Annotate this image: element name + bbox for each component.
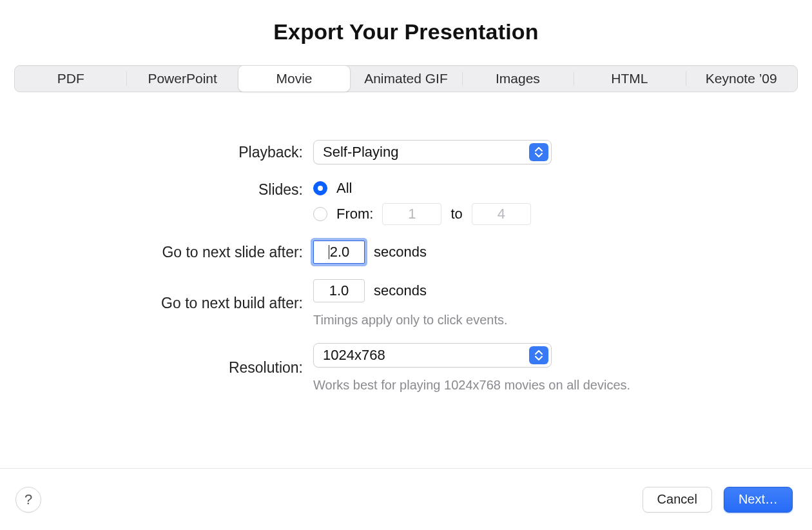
tab-images[interactable]: Images xyxy=(462,66,574,92)
tab-label: PowerPoint xyxy=(148,71,217,86)
slides-to-value: 4 xyxy=(498,206,505,222)
tab-keynote09[interactable]: Keynote ’09 xyxy=(686,66,797,92)
tab-label: Movie xyxy=(276,71,313,86)
tab-animated-gif[interactable]: Animated GIF xyxy=(350,66,461,92)
seconds-unit: seconds xyxy=(374,244,427,260)
tab-html[interactable]: HTML xyxy=(574,66,685,92)
slides-all-radio[interactable] xyxy=(313,181,327,195)
tab-powerpoint[interactable]: PowerPoint xyxy=(126,66,238,92)
next-build-value: 1.0 xyxy=(329,282,349,299)
next-build-label: Go to next build after: xyxy=(161,295,303,312)
slides-label: Slides: xyxy=(258,181,303,199)
up-down-chevron-icon xyxy=(529,346,548,364)
next-slide-label: Go to next slide after: xyxy=(162,244,303,261)
tab-pdf[interactable]: PDF xyxy=(15,66,126,92)
seconds-unit: seconds xyxy=(374,282,427,299)
slides-from-value: 1 xyxy=(408,206,416,222)
resolution-value: 1024x768 xyxy=(323,347,385,364)
tab-label: Animated GIF xyxy=(364,71,448,86)
cancel-button[interactable]: Cancel xyxy=(643,487,712,513)
next-slide-value: 2.0 xyxy=(330,244,350,260)
resolution-label: Resolution: xyxy=(229,359,303,377)
sheet-title: Export Your Presentation xyxy=(0,19,812,44)
tab-movie[interactable]: Movie xyxy=(238,65,351,92)
slides-to-label: to xyxy=(450,206,462,222)
next-button[interactable]: Next… xyxy=(724,487,793,513)
tab-label: HTML xyxy=(611,71,648,86)
playback-label: Playback: xyxy=(238,144,303,161)
movie-export-form: Playback: Self-Playing Slides: All From:… xyxy=(0,140,812,393)
sheet-footer: ? Cancel Next… xyxy=(0,468,812,530)
next-build-input[interactable]: 1.0 xyxy=(313,279,365,302)
tab-label: Keynote ’09 xyxy=(706,71,777,86)
timings-hint: Timings apply only to click events. xyxy=(313,313,812,328)
format-tabs: PDF PowerPoint Movie Animated GIF Images… xyxy=(14,65,798,92)
next-label: Next… xyxy=(739,492,778,507)
text-caret-icon xyxy=(329,245,329,259)
resolution-hint: Works best for playing 1024x768 movies o… xyxy=(313,378,812,393)
resolution-select[interactable]: 1024x768 xyxy=(313,343,552,368)
help-button[interactable]: ? xyxy=(15,487,41,513)
tab-label: PDF xyxy=(57,71,84,86)
slides-to-input[interactable]: 4 xyxy=(472,203,531,225)
slides-all-label: All xyxy=(336,180,352,197)
next-slide-input[interactable]: 2.0 xyxy=(313,240,365,264)
footer-actions: Cancel Next… xyxy=(643,487,793,513)
help-icon: ? xyxy=(24,491,32,508)
slides-from-label: From: xyxy=(336,206,373,222)
export-sheet: Export Your Presentation PDF PowerPoint … xyxy=(0,0,812,530)
slides-from-input[interactable]: 1 xyxy=(382,203,441,225)
slides-range-radio[interactable] xyxy=(313,207,327,221)
playback-select[interactable]: Self-Playing xyxy=(313,140,552,164)
tab-label: Images xyxy=(496,71,540,86)
cancel-label: Cancel xyxy=(657,492,697,507)
playback-value: Self-Playing xyxy=(323,144,398,161)
up-down-chevron-icon xyxy=(529,143,548,161)
